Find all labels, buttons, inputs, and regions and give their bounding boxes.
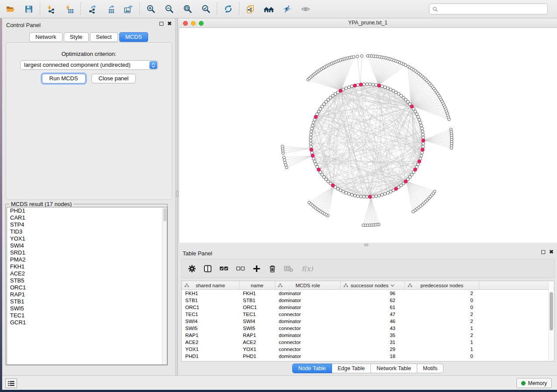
ring-node[interactable] <box>309 139 312 142</box>
window-minimize-icon[interactable] <box>191 21 196 26</box>
table-cell[interactable]: 0 <box>405 297 479 304</box>
table-cell[interactable]: dominator <box>275 332 341 339</box>
ring-node[interactable] <box>372 83 375 86</box>
ring-node[interactable] <box>310 130 313 133</box>
table-cell[interactable]: TEC1 <box>239 311 275 318</box>
table-cell[interactable]: ORC1 <box>239 304 275 311</box>
table-cell[interactable]: YOX1 <box>182 346 239 353</box>
table-cell[interactable]: ORC1 <box>182 304 239 311</box>
ring-node[interactable] <box>312 157 315 160</box>
mcds-result-item[interactable]: STB5 <box>7 277 167 284</box>
show-panels-icon[interactable] <box>298 2 312 17</box>
ring-node[interactable] <box>363 195 366 198</box>
ring-node[interactable] <box>345 87 348 90</box>
table-cell[interactable]: PHD1 <box>239 353 275 360</box>
ring-node[interactable] <box>421 151 424 154</box>
mcds-hub-node[interactable] <box>377 84 381 87</box>
table-cell[interactable]: 0 <box>405 304 479 311</box>
table-cell[interactable]: STB1 <box>182 297 239 304</box>
table-cell[interactable]: PHD1 <box>182 353 239 360</box>
mcds-list-scrollbar[interactable] <box>162 207 167 364</box>
ring-node[interactable] <box>384 86 387 89</box>
mcds-hub-node[interactable] <box>404 180 408 183</box>
ring-node[interactable] <box>309 136 312 139</box>
network-overview-icon[interactable] <box>262 2 276 17</box>
select-all-icon[interactable] <box>219 265 228 272</box>
mcds-hub-node[interactable] <box>410 105 414 108</box>
network-graph[interactable] <box>179 28 557 243</box>
table-cell[interactable]: FKH1 <box>182 290 239 297</box>
ring-node[interactable] <box>309 142 312 145</box>
ring-node[interactable] <box>372 195 375 198</box>
column-header-successor-nodes[interactable]: successor nodes <box>341 281 405 290</box>
satellite-node[interactable] <box>283 156 285 159</box>
float-panel-icon[interactable] <box>159 22 163 26</box>
table-cell[interactable]: 46 <box>341 318 405 325</box>
mcds-result-item[interactable]: TID3 <box>7 228 167 235</box>
table-cell[interactable]: SWI5 <box>182 325 239 332</box>
import-network-icon[interactable] <box>44 2 58 17</box>
ring-node[interactable] <box>353 194 356 197</box>
tab-node-table[interactable]: Node Table <box>292 364 332 373</box>
satellite-node[interactable] <box>356 55 359 58</box>
mcds-hub-node[interactable] <box>353 84 356 87</box>
task-history-button[interactable] <box>5 378 17 388</box>
mcds-hub-node[interactable] <box>331 184 335 187</box>
satellite-node[interactable] <box>362 224 364 227</box>
ring-node[interactable] <box>311 151 314 154</box>
apply-layout-icon[interactable] <box>221 2 235 17</box>
deselect-all-icon[interactable] <box>236 265 245 272</box>
delete-column-icon[interactable] <box>268 265 277 273</box>
tab-network-table[interactable]: Network Table <box>371 364 417 373</box>
export-network-icon[interactable] <box>85 2 99 17</box>
tab-select[interactable]: Select <box>90 32 118 42</box>
tab-edge-table[interactable]: Edge Table <box>332 364 371 373</box>
horizontal-splitter[interactable] <box>179 243 557 247</box>
table-cell[interactable]: SWI4 <box>182 318 239 325</box>
ring-node[interactable] <box>311 127 314 130</box>
window-close-icon[interactable] <box>183 21 188 26</box>
ring-node[interactable] <box>381 193 384 196</box>
float-table-panel-icon[interactable] <box>541 250 545 254</box>
ring-node[interactable] <box>384 193 387 196</box>
table-cell[interactable]: connector <box>275 339 341 346</box>
ring-node[interactable] <box>309 145 312 148</box>
mcds-result-item[interactable]: TEC1 <box>7 312 167 319</box>
tab-network[interactable]: Network <box>29 32 62 42</box>
tab-motifs[interactable]: Motifs <box>417 364 443 373</box>
table-cell[interactable]: 2 <box>405 290 479 297</box>
ring-node[interactable] <box>386 191 389 194</box>
table-cell[interactable]: SWI5 <box>239 325 275 332</box>
table-cell[interactable]: 1 <box>405 325 479 332</box>
tab-mcds[interactable]: MCDS <box>119 32 148 42</box>
table-cell[interactable]: 2 <box>405 318 479 325</box>
table-scrollbar[interactable] <box>548 282 554 361</box>
splitter-grip-horizontal[interactable] <box>364 244 368 246</box>
table-cell[interactable]: connector <box>275 325 341 332</box>
ring-node[interactable] <box>386 87 389 90</box>
column-header-shared-name[interactable]: shared name <box>182 281 239 290</box>
ring-node[interactable] <box>313 160 316 163</box>
satellite-node[interactable] <box>448 118 450 120</box>
table-cell[interactable]: 18 <box>341 353 405 360</box>
optimization-criterion-select[interactable]: largest connected component (undirected) <box>20 60 158 70</box>
table-cell[interactable]: ACE2 <box>239 339 275 346</box>
add-column-icon[interactable] <box>253 265 261 273</box>
table-cell[interactable]: 0 <box>405 353 479 360</box>
memory-button[interactable]: Memory <box>516 378 552 388</box>
ring-node[interactable] <box>309 133 312 136</box>
close-panel-icon[interactable]: ✖ <box>167 21 172 26</box>
ring-node[interactable] <box>360 195 363 198</box>
mcds-result-item[interactable]: RAP1 <box>7 291 167 298</box>
mcds-result-item[interactable]: PMA2 <box>7 256 167 263</box>
mcds-result-item[interactable]: GCR1 <box>7 319 167 326</box>
table-cell[interactable]: 43 <box>341 325 405 332</box>
table-cell[interactable]: 47 <box>341 311 405 318</box>
mcds-hub-node[interactable] <box>310 148 313 151</box>
mcds-result-item[interactable]: STB1 <box>7 298 167 305</box>
show-columns-icon[interactable] <box>204 265 212 273</box>
mcds-hub-node[interactable] <box>339 89 343 93</box>
table-cell[interactable]: connector <box>275 311 341 318</box>
table-cell[interactable]: 1 <box>405 346 479 353</box>
mcds-hub-node[interactable] <box>359 83 363 86</box>
